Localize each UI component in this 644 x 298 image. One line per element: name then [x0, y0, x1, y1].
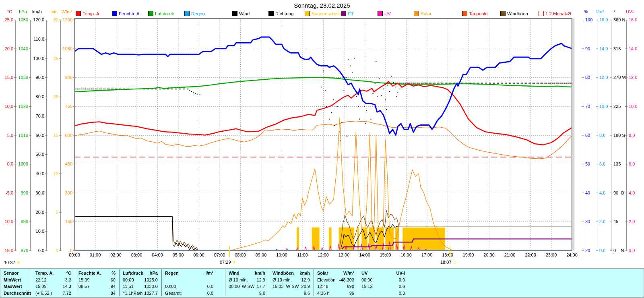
table-cell: 15:03 — [272, 283, 284, 290]
table-col-luftdruck: LuftdruckhPa00:001025.011:511030.0^1.1hP… — [120, 270, 161, 296]
table-cell: % — [111, 270, 116, 277]
table-row: Elevation-48.303 — [314, 277, 357, 284]
table-cell: 12.9 — [257, 277, 265, 284]
table-cell: 11:51 — [123, 283, 134, 290]
table-cell: Ø 10 min. — [272, 277, 292, 284]
legend-label: Sonnenschein — [312, 11, 341, 16]
table-cell: 84 — [111, 290, 116, 297]
legend-item-8: UV — [378, 11, 391, 16]
legend-label: Luftdruck — [155, 11, 174, 16]
table-cell: Wind — [229, 270, 239, 277]
table-row: LuftdruckhPa — [120, 270, 161, 277]
table-col-temp-a-: Temp. A.°C22:123.315:0914.3(+ 6.52 )7.72 — [32, 270, 74, 296]
table-row: Durchschnitt — [0, 290, 32, 297]
table-row: 0.3 — [358, 290, 408, 297]
table-cell: 20.9 — [301, 283, 310, 290]
table-cell: 4:36 h — [317, 290, 330, 297]
table-cell: 0.6 — [399, 283, 405, 290]
table-cell: Ø 10 min. — [229, 277, 248, 284]
legend-swatch-icon — [305, 11, 310, 16]
legend-item-11: Windböen — [500, 11, 528, 16]
legend-label: Windböen — [507, 11, 528, 16]
table-cell: 9.6 — [304, 290, 310, 297]
table-cell: MaxWert — [4, 283, 22, 290]
table-cell: l/m² — [205, 270, 213, 277]
table-cell: Regen — [165, 270, 179, 277]
table-cell: 14.3 — [63, 283, 71, 290]
table-cell: 00:00 — [229, 283, 240, 290]
legend-swatch-icon — [76, 11, 81, 16]
legend-swatch-icon — [500, 11, 506, 16]
legend-swatch-icon — [341, 11, 346, 16]
table-row: MaxWert — [0, 283, 32, 290]
table-row: Ø 10 min.12.9 — [225, 277, 268, 284]
legend-label: 1.2 Monat-Ø — [545, 11, 571, 16]
sunrise-time: 07:29 — [220, 260, 231, 265]
legend-swatch-icon — [112, 11, 117, 16]
table-row: 00:001025.0 — [120, 277, 161, 284]
legend-swatch-icon — [414, 11, 419, 16]
table-row: 15:0914.3 — [32, 283, 74, 290]
day-length-value: 10:37 — [4, 260, 15, 265]
table-row: 84 — [75, 290, 119, 297]
table-cell: Solar — [317, 270, 328, 277]
legend-item-12: 1.2 Monat-Ø — [539, 11, 571, 16]
table-row: 12:48690 — [314, 283, 357, 290]
table-cell: 94 — [111, 283, 116, 290]
legend-label: UV — [384, 11, 391, 16]
table-row: Ø 10 min.12.9 — [269, 277, 313, 284]
legend-swatch-icon — [232, 11, 237, 16]
table-cell: 00:00 — [123, 277, 134, 284]
table-cell: 22:12 — [35, 277, 47, 284]
legend-item-7: ET — [341, 11, 354, 16]
table-col-regen: Regenl/m²00:000.0Gesamt:0.0 — [162, 270, 225, 296]
table-cell: 0.0 — [399, 277, 405, 284]
table-cell: MinWert — [4, 277, 21, 284]
table-row: UVUV-I — [358, 270, 408, 277]
table-cell: Luftdruck — [123, 270, 143, 277]
table-cell: Temp. A. — [35, 270, 54, 277]
table-cell: W-SW — [286, 283, 299, 290]
legend-swatch-icon — [268, 11, 274, 16]
table-cell: 0.0 — [207, 283, 213, 290]
table-cell: 0.0 — [207, 290, 213, 297]
table-cell: km/h — [299, 270, 310, 277]
table-row: SolarW/m² — [314, 270, 357, 277]
table-col-wind: Windkm/hØ 10 min.12.900:00W-SW17.79.0 — [225, 270, 268, 296]
table-row: 9.0 — [225, 290, 268, 297]
table-cell: km/h — [255, 270, 265, 277]
table-row: 22:123.3 — [32, 277, 74, 284]
table-cell: 08:57 — [78, 283, 90, 290]
table-cell: 60 — [111, 277, 116, 284]
legend-item-4: Wind — [232, 11, 250, 16]
legend-label: Regen — [191, 11, 205, 16]
sunrise-tick — [229, 246, 230, 257]
table-cell: 690 — [347, 283, 354, 290]
table-row: Gesamt:0.0 — [162, 290, 225, 297]
legend-label: Taupunkt — [469, 11, 488, 16]
weather-chart-canvas[interactable] — [0, 0, 644, 267]
table-cell: °C — [66, 270, 71, 277]
table-cell: 7.72 — [63, 290, 71, 297]
legend-label: Temp. A. — [83, 11, 101, 16]
table-cell: Feuchte A. — [78, 270, 101, 277]
table-cell: -48.303 — [339, 277, 354, 284]
table-cell: hPa — [150, 270, 158, 277]
table-row: 00:000.0 — [162, 283, 225, 290]
bottom-table: SensorMinWertMaxWertDurchschnittTemp. A.… — [0, 268, 644, 298]
table-cell: W-SW — [242, 283, 255, 290]
legend-item-0: Temp. A. — [76, 11, 101, 16]
table-row: (+ 6.52 )7.72 — [32, 290, 74, 297]
day-length-marker: 10:37 ☀ — [4, 260, 21, 265]
table-cell: (+ 6.52 ) — [35, 290, 52, 297]
table-row: Temp. A.°C — [32, 270, 74, 277]
table-cell: 9.0 — [259, 290, 265, 297]
table-cell: Elevation — [317, 277, 335, 284]
sunset-tick — [450, 246, 450, 257]
table-cell: 00:00 — [361, 277, 373, 284]
legend-swatch-icon — [378, 11, 383, 16]
sunset-icon: ☼ — [453, 259, 457, 265]
table-row: 4:36 h96 — [314, 290, 357, 297]
table-row: Regenl/m² — [162, 270, 225, 277]
table-row: 11:511030.0 — [120, 283, 161, 290]
